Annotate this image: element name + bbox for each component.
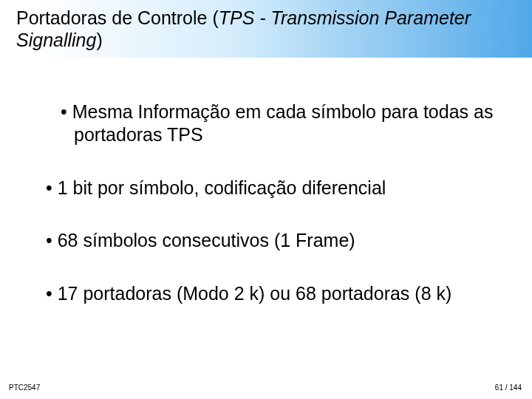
slide-title: Portadoras de Controle (TPS - Transmissi… bbox=[16, 7, 517, 51]
bullet-3: • 68 símbolos consecutivos (1 Frame) bbox=[46, 229, 502, 252]
bullet-4: • 17 portadoras (Modo 2 k) ou 68 portado… bbox=[46, 282, 502, 305]
bullet-1: • Mesma Informação em cada símbolo para … bbox=[46, 100, 502, 146]
content-area: • Mesma Informação em cada símbolo para … bbox=[0, 58, 532, 305]
footer-page-number: 61 / 144 bbox=[495, 383, 522, 392]
title-suffix: ) bbox=[96, 30, 102, 50]
title-band: Portadoras de Controle (TPS - Transmissi… bbox=[0, 0, 532, 58]
title-prefix: Portadoras de Controle ( bbox=[16, 7, 219, 28]
bullet-2: • 1 bit por símbolo, codificação diferen… bbox=[46, 177, 502, 200]
footer-course-code: PTC2547 bbox=[9, 383, 40, 392]
